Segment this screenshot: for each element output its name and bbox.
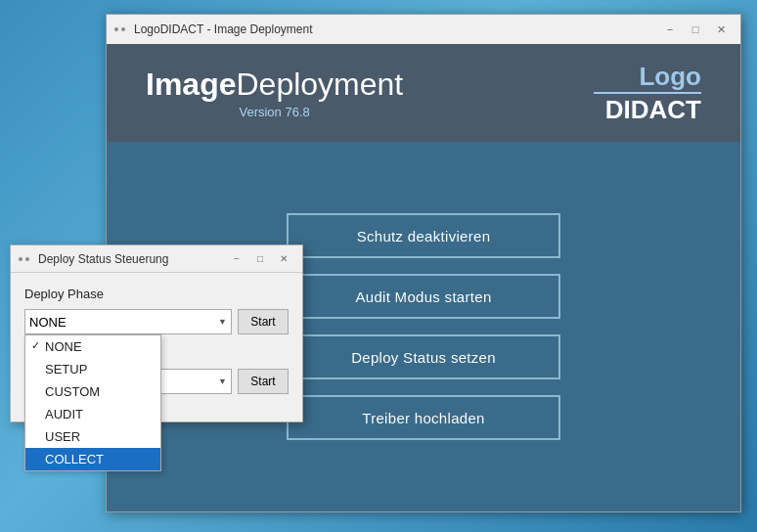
dropdown-arrow-icon: ▼ bbox=[218, 317, 227, 327]
app-title-bold: Image bbox=[146, 66, 236, 102]
deploy-phase-dropdown-container: NONE ▼ NONE SETUP CUSTOM AUDIT bbox=[24, 309, 232, 334]
dialog-title-bar: Deploy Status Steuerung − □ ✕ bbox=[11, 245, 302, 273]
menu-item-user[interactable]: USER bbox=[25, 425, 160, 448]
logo-bottom: DIDACT bbox=[605, 97, 701, 122]
main-close-button[interactable]: ✕ bbox=[709, 21, 733, 38]
logo-area: Logo DIDACT bbox=[594, 64, 701, 122]
deploy-phase-menu: NONE SETUP CUSTOM AUDIT USER C bbox=[24, 334, 161, 471]
main-window-icon bbox=[114, 24, 128, 34]
menu-item-setup[interactable]: SETUP bbox=[25, 358, 160, 380]
main-minimize-button[interactable]: − bbox=[658, 21, 682, 38]
dialog-close-button[interactable]: ✕ bbox=[273, 251, 294, 267]
dialog-maximize-button[interactable]: □ bbox=[249, 251, 271, 267]
menu-item-audit[interactable]: AUDIT bbox=[25, 403, 160, 425]
main-title-controls: − □ ✕ bbox=[658, 21, 733, 38]
logo-top: Logo bbox=[639, 62, 701, 91]
schutz-button[interactable]: Schutz deaktivieren bbox=[287, 213, 560, 258]
dialog-minimize-button[interactable]: − bbox=[226, 251, 247, 267]
main-maximize-button[interactable]: □ bbox=[684, 21, 707, 38]
app-header: ImageDeployment Version 76.8 Logo DIDACT bbox=[107, 44, 740, 142]
treiber-button[interactable]: Treiber hochladen bbox=[287, 395, 560, 440]
header-branding: ImageDeployment Version 76.8 bbox=[146, 66, 403, 119]
deploy-dialog: Deploy Status Steuerung − □ ✕ Deploy Pha… bbox=[10, 244, 303, 422]
deploy-phase-label: Deploy Phase bbox=[24, 287, 289, 301]
section2-start-button[interactable]: Start bbox=[238, 369, 289, 394]
deploy-button[interactable]: Deploy Status setzen bbox=[287, 334, 560, 379]
deploy-phase-start-button[interactable]: Start bbox=[238, 309, 289, 334]
main-title-bar: LogoDIDACT - Image Deployment − □ ✕ bbox=[107, 15, 740, 44]
main-window-title: LogoDIDACT - Image Deployment bbox=[134, 22, 658, 36]
app-title-thin: Deployment bbox=[236, 66, 403, 102]
dialog-body: Deploy Phase NONE ▼ NONE SETUP CUSTOM bbox=[11, 273, 302, 421]
dialog-title-controls: − □ ✕ bbox=[226, 251, 294, 267]
section2-arrow-icon: ▼ bbox=[218, 377, 227, 386]
menu-item-custom[interactable]: CUSTOM bbox=[25, 380, 160, 403]
menu-item-none[interactable]: NONE bbox=[25, 335, 160, 358]
menu-item-collect[interactable]: COLLECT bbox=[25, 448, 160, 470]
deploy-phase-row: NONE ▼ NONE SETUP CUSTOM AUDIT bbox=[24, 309, 289, 334]
deploy-phase-dropdown[interactable]: NONE ▼ bbox=[24, 309, 232, 334]
logo-line bbox=[594, 92, 701, 94]
app-version: Version 76.8 bbox=[239, 105, 309, 119]
app-title: ImageDeployment bbox=[146, 66, 403, 103]
deploy-phase-selected-value: NONE bbox=[29, 315, 67, 330]
dialog-title: Deploy Status Steuerung bbox=[38, 252, 226, 266]
audit-button[interactable]: Audit Modus starten bbox=[287, 274, 560, 319]
logo-text: Logo bbox=[639, 64, 701, 89]
dialog-icon bbox=[19, 254, 32, 264]
